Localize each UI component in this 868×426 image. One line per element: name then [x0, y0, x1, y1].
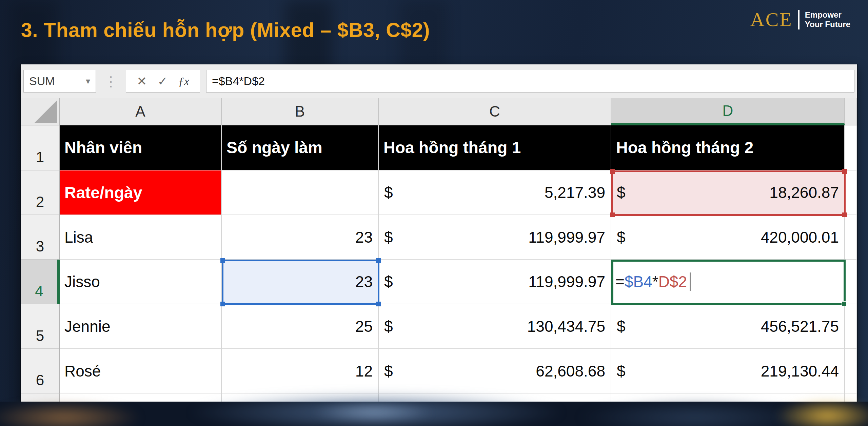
brand-logo-text: ACE	[750, 8, 793, 31]
cell-partial	[845, 215, 857, 260]
formula-bar-buttons: ✕ ✓ ƒx	[126, 70, 200, 93]
row-header-4-active[interactable]: 4	[21, 260, 60, 304]
currency-symbol: $	[384, 272, 393, 291]
cell-value: 5,217.39	[545, 183, 605, 202]
currency-symbol: $	[384, 362, 393, 380]
cell-partial	[845, 170, 857, 215]
cell-d2-referenced[interactable]: $ 18,260.87	[611, 170, 845, 215]
brand-tagline: Empower Your Future	[805, 10, 850, 29]
spreadsheet-panel: SUM ▾ ⋮ ✕ ✓ ƒx =$B4*D$2 A B C D 1 Nhâ	[21, 64, 857, 403]
cell-value: 456,521.75	[761, 317, 839, 336]
background-photo-blob	[776, 399, 868, 426]
currency-symbol: $	[617, 362, 626, 380]
cell-a3[interactable]: Lisa	[60, 215, 222, 260]
cell-c3[interactable]: $ 119,999.97	[379, 215, 611, 260]
cell-value: 62,608.68	[536, 362, 605, 380]
cell-partial	[845, 304, 857, 349]
cell-b3[interactable]: 23	[222, 215, 379, 260]
currency-symbol: $	[384, 228, 393, 246]
cell-value: 219,130.44	[761, 362, 839, 380]
cell-d3[interactable]: $ 420,000.01	[611, 215, 845, 260]
cell-b1[interactable]: Số ngày làm	[222, 125, 379, 170]
cell-c4[interactable]: $ 119,999.97	[379, 260, 611, 304]
column-header-b[interactable]: B	[222, 98, 379, 125]
slide: 3. Tham chiếu hỗn hợp (Mixed – $B3, C$2)…	[0, 0, 868, 426]
cell-a1[interactable]: Nhân viên	[60, 125, 222, 170]
cell-a5[interactable]: Jennie	[60, 304, 222, 349]
column-header-partial	[845, 98, 857, 125]
name-box-value: SUM	[29, 75, 55, 88]
formula-bar: SUM ▾ ⋮ ✕ ✓ ƒx =$B4*D$2	[21, 64, 857, 98]
cell-c1[interactable]: Hoa hồng tháng 1	[379, 125, 611, 170]
cancel-icon[interactable]: ✕	[137, 74, 147, 88]
name-box[interactable]: SUM ▾	[23, 70, 96, 93]
cell-b2[interactable]	[222, 170, 379, 215]
cell-value: 18,260.87	[769, 183, 839, 202]
cell-d1[interactable]: Hoa hồng tháng 2	[611, 125, 845, 170]
cell-c5[interactable]: $ 130,434.75	[379, 304, 611, 349]
cell-a2[interactable]: Rate/ngày	[60, 170, 222, 215]
cell-b6[interactable]: 12	[222, 349, 379, 393]
cell-a6[interactable]: Rosé	[60, 349, 222, 393]
cell-d6[interactable]: $ 219,130.44	[611, 349, 845, 393]
cell-d5[interactable]: $ 456,521.75	[611, 304, 845, 349]
background-photo-blob	[0, 401, 142, 426]
background-photo	[0, 402, 868, 426]
row-header-2[interactable]: 2	[21, 170, 60, 215]
row-header-1[interactable]: 1	[21, 125, 60, 170]
cell-value: 420,000.01	[761, 228, 839, 246]
formula-input[interactable]: =$B4*D$2	[206, 70, 854, 93]
row-header-3[interactable]: 3	[21, 215, 60, 260]
select-all-triangle-icon	[35, 100, 57, 123]
cell-c6[interactable]: $ 62,608.68	[379, 349, 611, 393]
currency-symbol: $	[617, 183, 626, 202]
cell-value: 119,999.97	[528, 228, 605, 246]
cell-d4-editing[interactable]: = $B4 * D$2	[611, 260, 845, 304]
formula-equals: =	[615, 272, 625, 291]
text-cursor	[690, 272, 691, 291]
cell-partial	[845, 260, 857, 304]
enter-icon[interactable]: ✓	[157, 74, 167, 88]
page-title: 3. Tham chiếu hỗn hợp (Mixed – $B3, C$2)	[21, 19, 430, 42]
cell-partial	[845, 349, 857, 393]
select-all-cell[interactable]	[21, 98, 60, 125]
chevron-down-icon[interactable]: ▾	[86, 76, 90, 86]
cell-b5[interactable]: 25	[222, 304, 379, 349]
sheet-grid: A B C D 1 Nhân viên Số ngày làm Hoa hồng…	[21, 98, 857, 403]
formula-bar-separator-icon: ⋮	[104, 75, 118, 88]
formula-ref-b4: $B4	[625, 272, 652, 291]
fill-handle[interactable]	[842, 301, 847, 306]
formula-ref-d2: D$2	[658, 272, 687, 291]
brand-logo: ACE Empower Your Future	[750, 8, 850, 31]
column-header-c[interactable]: C	[379, 98, 611, 125]
row-header-6[interactable]: 6	[21, 349, 60, 393]
formula-text: =$B4*D$2	[212, 75, 265, 88]
currency-symbol: $	[617, 228, 626, 246]
background-photo-blob	[312, 402, 434, 423]
currency-symbol: $	[384, 183, 393, 202]
cell-a4[interactable]: Jisso	[60, 260, 222, 304]
cell-value: 119,999.97	[528, 272, 605, 291]
cell-c2[interactable]: $ 5,217.39	[379, 170, 611, 215]
cell-b4-referenced[interactable]: 23	[222, 260, 379, 304]
insert-function-icon[interactable]: ƒx	[178, 75, 189, 88]
currency-symbol: $	[384, 317, 393, 336]
cell-value: 130,434.75	[527, 317, 605, 336]
column-header-d-active[interactable]: D	[611, 98, 845, 125]
cell-partial	[845, 125, 857, 170]
row-header-5[interactable]: 5	[21, 304, 60, 349]
currency-symbol: $	[617, 317, 626, 336]
formula-operator: *	[652, 272, 658, 291]
column-header-a[interactable]: A	[60, 98, 222, 125]
logo-divider	[798, 10, 800, 29]
